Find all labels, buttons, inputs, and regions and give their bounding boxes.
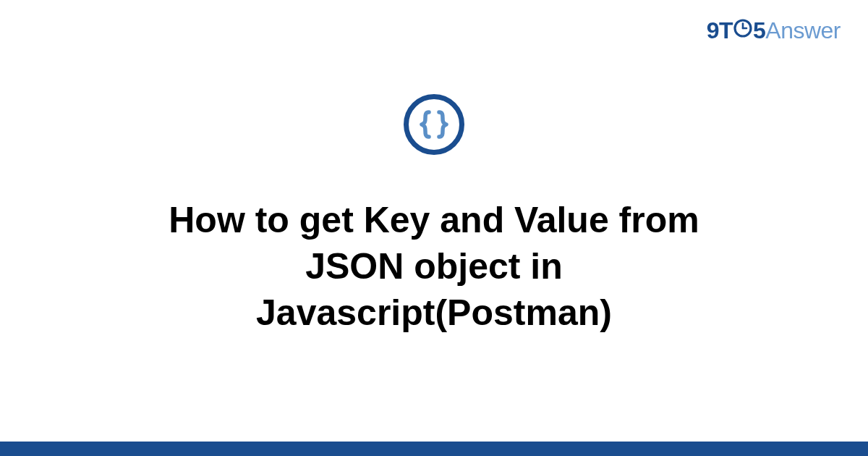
brand-t: T [719,17,733,43]
json-braces-icon [417,108,451,141]
footer-bar [0,442,868,456]
brand-five: 5 [753,17,765,43]
brand-nine: 9 [707,17,719,43]
brand-logo: 9T5Answer [707,17,841,46]
brand-answer: Answer [765,17,841,43]
page-title: How to get Key and Value from JSON objec… [109,197,760,336]
clock-icon [733,17,753,44]
content-wrap: How to get Key and Value from JSON objec… [0,94,868,336]
topic-icon-circle [404,94,464,155]
